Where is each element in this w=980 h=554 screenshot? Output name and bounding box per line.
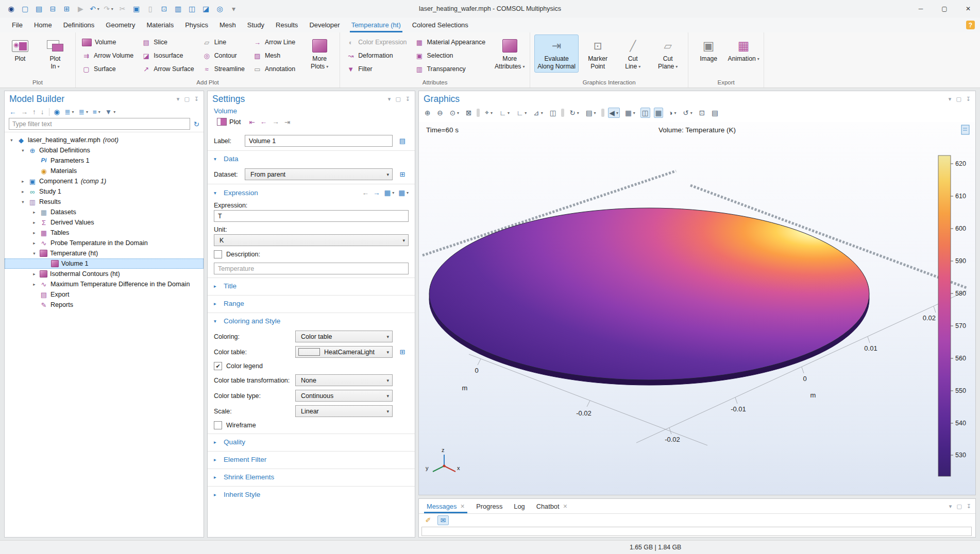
zoom-box-button[interactable]: ⊙ — [448, 108, 461, 118]
tab-progress[interactable]: Progress — [470, 499, 508, 513]
toolbar-separator[interactable] — [477, 109, 480, 117]
tree-item-datasets[interactable]: ▸ ▦ Datasets — [5, 207, 204, 217]
toolbar-separator[interactable] — [561, 109, 564, 117]
evaluate-along-normal-button[interactable]: ⇥ EvaluateAlong Normal — [534, 34, 579, 73]
panel-pin-icon[interactable]: ↧ — [405, 96, 410, 102]
expander-icon[interactable]: ▸ — [31, 220, 37, 225]
plot-settings-button[interactable]: ▤ — [584, 108, 598, 118]
annotation-button[interactable]: ▭ Annotation — [251, 62, 300, 76]
panel-pin-icon[interactable]: ↧ — [966, 96, 971, 102]
zoom-in-button[interactable]: ⊕ — [423, 108, 432, 118]
expander-icon[interactable]: ▸ — [20, 179, 26, 184]
snapshot-button[interactable]: ⊡ — [698, 108, 706, 118]
clear-messages-button[interactable]: ✐ — [423, 515, 434, 525]
toolbar-overflow-button[interactable]: ▾ — [227, 2, 241, 15]
menu-tab-developer[interactable]: Developer — [303, 18, 345, 32]
tree-item-volume-1[interactable]: Volume 1 — [5, 258, 204, 269]
section-expression[interactable]: ▾ Expression ← → ▦ ▦ — [208, 184, 415, 199]
plot-in-button[interactable]: PlotIn — [39, 34, 71, 73]
expander-icon[interactable]: ▸ — [31, 230, 37, 235]
tree-item-global-definitions[interactable]: ▾ ⊕ Global Definitions — [5, 145, 204, 155]
view-xy-button[interactable]: ∟ — [498, 108, 511, 118]
expander-icon[interactable]: ▸ — [31, 240, 37, 246]
image-button[interactable]: ▣ Image — [692, 34, 724, 73]
sound-button[interactable]: ◀ — [608, 108, 620, 118]
grid-view-button[interactable]: ▦ — [654, 108, 664, 118]
tree-item-study[interactable]: ▸ ∞ Study 1 — [5, 186, 204, 197]
tree-item-max-temp-difference[interactable]: ▸ ∿ Maximum Temperature Difference in th… — [5, 279, 204, 289]
redo-button[interactable]: ↷ — [102, 2, 115, 15]
sync-button[interactable]: ↺ — [681, 108, 694, 118]
expand-all-button[interactable]: ≣ — [64, 108, 74, 116]
view-zx-button[interactable]: ⊿ — [532, 108, 544, 118]
graphics-canvas[interactable]: Time=60 s Volume: Temperature (K) — [419, 122, 975, 495]
minimize-button[interactable]: ─ — [909, 0, 933, 18]
plot-button[interactable]: Plot — [4, 34, 36, 73]
insert-expression-button[interactable]: ▦ — [398, 188, 409, 197]
panel-float-icon[interactable]: ▢ — [956, 96, 961, 102]
tree-item-materials[interactable]: ◉ Materials — [5, 166, 204, 176]
copy-button[interactable]: ▣ — [129, 2, 143, 15]
unit-select[interactable]: K — [214, 234, 409, 246]
first-solution-button[interactable]: ⇤ — [249, 118, 255, 126]
messages-output-field[interactable] — [421, 527, 972, 536]
zoom-out-button[interactable]: ⊖ — [435, 108, 444, 118]
expander-icon[interactable]: ▸ — [20, 189, 26, 194]
tree-item-probe-temperature[interactable]: ▸ ∿ Probe Temperature in the Domain — [5, 238, 204, 248]
last-solution-button[interactable]: ⇥ — [284, 118, 290, 126]
surface-button[interactable]: ▢ Surface — [80, 62, 139, 76]
close-button[interactable]: ✕ — [956, 0, 980, 18]
previous-solution-button[interactable]: ← — [260, 118, 267, 126]
tree-item-temperature-ht[interactable]: ▾ Temperature (ht) — [5, 248, 204, 258]
move-down-button[interactable]: ↓ — [41, 108, 44, 116]
toolbar-separator[interactable] — [601, 109, 604, 117]
panel-menu-icon[interactable]: ▾ — [949, 96, 952, 102]
arrow-volume-button[interactable]: ⇉ Arrow Volume — [80, 49, 139, 62]
table-view-button[interactable]: ◫ — [640, 108, 650, 118]
open-file-button[interactable]: ▤ — [32, 2, 46, 15]
tree-item-root[interactable]: ▾ ◆ laser_heating_wafer.mph (root) — [5, 135, 204, 145]
help-button[interactable]: ? — [966, 21, 975, 29]
streamline-button[interactable]: ≈ Streamline — [200, 62, 250, 76]
menu-tab-colored-selections[interactable]: Colored Selections — [407, 18, 474, 32]
edit-label-button[interactable]: ▤ — [396, 135, 409, 147]
cut-button[interactable]: ✂ — [115, 2, 129, 15]
mirror-view-button[interactable]: ◫ — [548, 108, 558, 118]
isosurface-button[interactable]: ◪ Isosurface — [140, 49, 199, 62]
save-button[interactable]: ⊟ — [46, 2, 60, 15]
next-solution-button[interactable]: → — [272, 118, 279, 126]
panel-pin-icon[interactable]: ↧ — [967, 503, 971, 510]
tree-item-derived-values[interactable]: ▸ Σ Derived Values — [5, 217, 204, 228]
panel-float-icon[interactable]: ▢ — [395, 96, 400, 102]
animation-button[interactable]: ▦ Animation — [728, 34, 759, 73]
delete-button[interactable]: ▥ — [171, 2, 185, 15]
color-table-transformation-select[interactable]: None — [295, 374, 393, 386]
tree-item-tables[interactable]: ▸ ▦ Tables — [5, 228, 204, 238]
expander-icon[interactable]: ▸ — [31, 210, 37, 215]
tree-item-component[interactable]: ▸ ▣ Component 1 (comp 1) — [5, 176, 204, 186]
marker-point-button[interactable]: ⊡ MarkerPoint — [582, 34, 614, 73]
panel-menu-icon[interactable]: ▾ — [177, 96, 180, 102]
panel-float-icon[interactable]: ▢ — [184, 96, 189, 102]
selection-button[interactable]: ▣ Selection — [413, 49, 491, 62]
label-input[interactable]: Volume 1 — [245, 135, 393, 147]
wireframe-checkbox[interactable] — [214, 421, 222, 429]
expander-icon[interactable]: ▸ — [31, 282, 37, 287]
tab-messages[interactable]: Messages ✕ — [421, 499, 470, 513]
section-range[interactable]: ▸ Range — [208, 295, 415, 309]
cut-line-button[interactable]: ╱ CutLine — [617, 34, 649, 73]
menu-tab-temperature-ht[interactable]: Temperature (ht) — [346, 18, 407, 32]
message-options-button[interactable]: ✉ — [437, 515, 449, 525]
tree-item-export[interactable]: ▤ Export — [5, 289, 204, 300]
menu-tab-materials[interactable]: Materials — [141, 18, 179, 32]
tree-item-reports[interactable]: ✎ Reports — [5, 300, 204, 310]
previous-expression-button[interactable]: ← — [362, 189, 369, 197]
section-quality[interactable]: ▸ Quality — [208, 434, 415, 448]
panel-menu-icon[interactable]: ▾ — [388, 96, 391, 102]
scene-settings-button[interactable]: ◑ — [667, 108, 678, 118]
run-button[interactable]: ▶ — [74, 2, 88, 15]
menu-tab-mesh[interactable]: Mesh — [214, 18, 242, 32]
menu-tab-file[interactable]: File — [6, 18, 28, 32]
forward-button[interactable]: → — [21, 108, 28, 116]
menu-tab-definitions[interactable]: Definitions — [58, 18, 100, 32]
